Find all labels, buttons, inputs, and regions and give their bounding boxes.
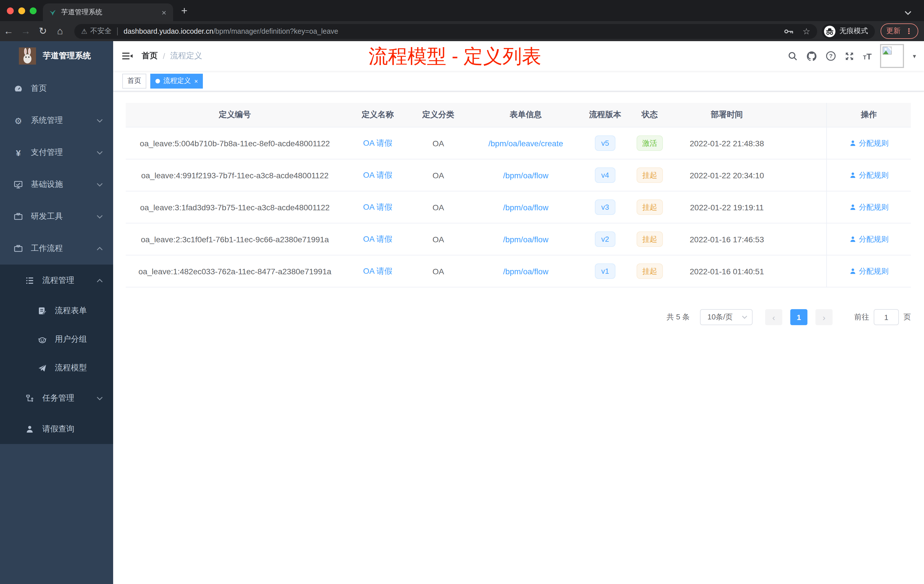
active-dot [155,79,160,83]
form-link[interactable]: /bpm/oa/flow [503,203,549,212]
page-size-select[interactable]: 10条/页 [700,309,752,325]
new-tab-button[interactable]: + [181,5,187,17]
page-body: 定义编号 定义名称 定义分类 表单信息 流程版本 状态 部署时间 操作 oa_l… [113,91,924,325]
help-icon[interactable]: ? [826,51,836,61]
more-menu-icon: ⋮ [905,27,912,35]
definition-name-link[interactable]: OA 请假 [363,202,393,211]
form-link[interactable]: /bpm/oa/flow [503,267,549,276]
caret-down-icon[interactable]: ▾ [913,52,916,60]
assign-rule-button[interactable]: 分配规则 [849,266,889,276]
update-label: 更新 [886,26,901,36]
logo-image [19,48,36,64]
next-page-button[interactable]: › [815,309,833,325]
form-link[interactable]: /bpm/oa/flow [503,234,549,244]
minimize-window-button[interactable] [18,7,25,14]
app-logo[interactable]: 芋道管理系统 [0,41,113,71]
page-unit-label: 页 [903,312,911,322]
assign-rule-button[interactable]: 分配规则 [849,138,889,148]
status-badge: 挂起 [637,167,663,183]
cell-definition-id: oa_leave:3:1fad3d93-7b75-11ec-a3c8-acde4… [126,203,344,212]
dashboard-icon [12,84,25,93]
broken-image-icon [883,46,893,56]
sidebar-item-dev-tools[interactable]: 研发工具 [0,201,113,233]
workflow-submenu: 流程管理 流程表单 [0,265,113,444]
cell-category: OA [411,139,465,148]
sidebar-item-process-model[interactable]: 流程模型 [0,354,113,382]
close-window-button[interactable] [7,7,14,14]
send-icon [35,363,49,373]
sidebar-item-label: 流程管理 [42,276,74,286]
breadcrumb-current: 流程定义 [170,51,202,61]
version-badge: v5 [595,135,615,151]
window-controls [7,7,36,14]
breadcrumb-home-link[interactable]: 首页 [142,51,158,61]
browser-update-menu-button[interactable]: 更新 ⋮ [881,23,918,39]
browser-tab[interactable]: 芋道管理系统 × [43,3,173,21]
bookmark-star-icon[interactable]: ☆ [803,26,810,36]
forward-button[interactable]: → [17,25,34,37]
sidebar-item-label: 系统管理 [31,115,63,126]
usergroup-icon [35,335,49,344]
total-count: 共 5 条 [667,312,690,322]
definition-table: 定义编号 定义名称 定义分类 表单信息 流程版本 状态 部署时间 操作 oa_l… [126,103,911,287]
tree-icon [23,276,36,285]
user-icon [849,203,856,211]
sidebar-item-payment[interactable]: ¥ 支付管理 [0,137,113,168]
cell-deploy-time: 2022-01-22 20:34:10 [675,171,778,180]
definition-name-link[interactable]: OA 请假 [363,234,393,243]
sidebar-item-workflow[interactable]: 工作流程 [0,233,113,265]
breadcrumb-separator: / [163,51,165,61]
sidebar-item-process-management[interactable]: 流程管理 [0,265,113,297]
status-badge: 挂起 [637,200,663,215]
sidebar-item-home[interactable]: 首页 [0,73,113,105]
toolbox-icon [12,244,25,253]
user-icon [849,267,856,275]
col-header-deploy-time: 部署时间 [675,110,778,120]
form-link[interactable]: /bpm/oa/leave/create [488,139,563,148]
tags-view-bar: 首页 流程定义 × [113,71,924,91]
definition-name-link[interactable]: OA 请假 [363,170,393,179]
sidebar-item-infrastructure[interactable]: 基础设施 [0,168,113,201]
assign-rule-button[interactable]: 分配规则 [849,170,889,180]
definition-name-link[interactable]: OA 请假 [363,138,393,147]
password-key-icon[interactable] [784,28,794,35]
reload-button[interactable]: ↻ [34,25,51,37]
chevron-up-icon [97,247,103,251]
table-row: oa_leave:2:3c1f0ef1-76b1-11ec-9c66-a2380… [126,223,911,256]
assign-rule-button[interactable]: 分配规则 [849,234,889,244]
tab-close-icon[interactable]: × [160,8,167,17]
tag-home[interactable]: 首页 [122,73,146,88]
assign-rule-button[interactable]: 分配规则 [849,202,889,212]
page-size-value: 10条/页 [708,312,742,322]
home-button[interactable]: ⌂ [51,25,69,37]
address-bar[interactable]: ⚠ 不安全 dashboard.yudao.iocoder.cn/bpm/man… [74,24,817,39]
prev-page-button[interactable]: ‹ [765,309,782,325]
user-icon [849,139,856,147]
back-button[interactable]: ← [0,25,17,37]
sidebar-item-leave-query[interactable]: 请假查询 [0,414,113,444]
sidebar-item-process-form[interactable]: 流程表单 [0,297,113,325]
tab-search-icon[interactable] [904,7,911,18]
tab-title: 芋道管理系统 [61,7,160,17]
cell-definition-id: oa_leave:4:991f2193-7b7f-11ec-a3c8-acde4… [126,171,344,180]
user-icon [849,236,856,243]
page-number-button[interactable]: 1 [790,309,807,325]
github-icon[interactable] [806,51,817,61]
font-size-icon[interactable]: TT [863,51,872,61]
fullscreen-icon[interactable] [845,51,854,61]
definition-name-link[interactable]: OA 请假 [363,266,393,275]
goto-page-input[interactable] [874,309,899,325]
tag-close-icon[interactable]: × [194,78,198,84]
avatar[interactable] [880,44,904,68]
sidebar-item-label: 流程表单 [55,306,87,316]
form-link[interactable]: /bpm/oa/flow [503,171,549,180]
search-icon[interactable] [788,51,798,61]
sidebar-toggle-button[interactable] [113,51,142,61]
sidebar-item-system[interactable]: ⚙ 系统管理 [0,105,113,137]
table-row: oa_leave:5:004b710b-7b8a-11ec-8ef0-acde4… [126,127,911,159]
tag-process-definition[interactable]: 流程定义 × [150,73,203,88]
sidebar-item-user-group[interactable]: 用户分组 [0,325,113,354]
sidebar-item-label: 研发工具 [31,211,63,222]
zoom-window-button[interactable] [30,7,36,14]
sidebar-item-task-management[interactable]: 任务管理 [0,382,113,414]
